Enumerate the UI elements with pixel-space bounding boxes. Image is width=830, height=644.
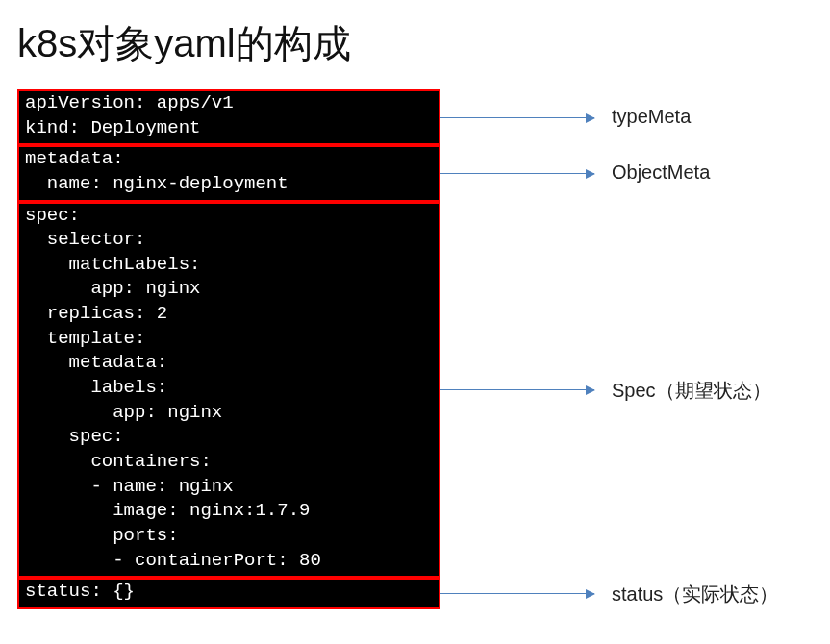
- page-title: k8s对象yaml的构成: [17, 17, 813, 70]
- yaml-text: status: {}: [25, 580, 135, 605]
- code-column: apiVersion: apps/v1 kind: Deployment met…: [17, 89, 440, 609]
- yaml-text: spec: selector: matchLabels: app: nginx …: [25, 204, 321, 574]
- diagram-layout: apiVersion: apps/v1 kind: Deployment met…: [17, 89, 813, 609]
- arrow-status: [440, 593, 594, 594]
- label-status: status（实际状态）: [612, 582, 778, 607]
- label-spec: Spec（期望状态）: [612, 378, 771, 404]
- arrow-spec: [440, 389, 594, 390]
- arrow-column: [440, 89, 604, 609]
- label-column: typeMeta ObjectMeta Spec（期望状态） status（实际…: [604, 89, 825, 609]
- label-typemeta: typeMeta: [612, 106, 691, 128]
- label-objectmeta: ObjectMeta: [612, 161, 710, 184]
- yaml-text: metadata: name: nginx-deployment: [25, 147, 289, 196]
- arrow-typemeta: [440, 117, 594, 118]
- yaml-block-status: status: {}: [17, 578, 440, 609]
- arrow-objectmeta: [440, 173, 594, 174]
- yaml-block-typemeta: apiVersion: apps/v1 kind: Deployment: [17, 89, 440, 145]
- yaml-block-spec: spec: selector: matchLabels: app: nginx …: [17, 202, 440, 579]
- yaml-block-objectmeta: metadata: name: nginx-deployment: [17, 145, 440, 201]
- yaml-text: apiVersion: apps/v1 kind: Deployment: [25, 91, 234, 140]
